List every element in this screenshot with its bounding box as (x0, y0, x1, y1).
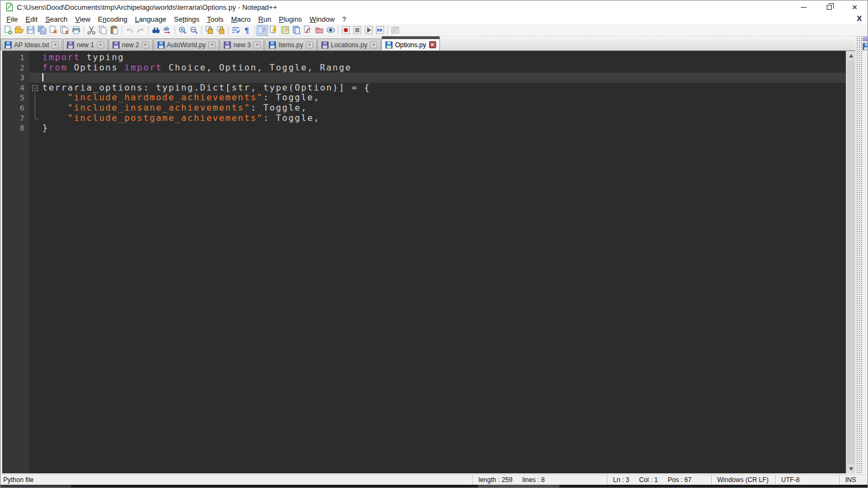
docked-panel-sliver (863, 36, 867, 473)
code-line-4[interactable]: 4terraria_options: typing.Dict[str, type… (2, 83, 846, 93)
show-indent-guide-icon[interactable] (257, 25, 268, 36)
text-caret (42, 73, 43, 81)
document-map-icon[interactable] (279, 25, 291, 36)
code-line-7[interactable]: 7 "include_postgame_achievements": Toggl… (2, 113, 846, 124)
tab-label: Locations.py (331, 41, 367, 49)
code-editor[interactable]: 1import typing2from Options import Choic… (2, 51, 846, 473)
menu-macro[interactable]: Macro (227, 15, 254, 24)
define-language-icon[interactable] (268, 25, 279, 36)
tab-options-py[interactable]: Options.py× (381, 36, 439, 50)
scroll-down-button[interactable] (846, 464, 856, 473)
macro-record-icon[interactable] (340, 25, 352, 36)
copy-icon[interactable] (97, 25, 108, 36)
fold-margin (29, 63, 42, 73)
docked-panel-header (863, 36, 867, 41)
code-text: "include_postgame_achievements": Toggle, (42, 113, 320, 124)
status-encoding[interactable]: UTF-8 (775, 475, 839, 485)
sync-vertical-icon[interactable] (203, 25, 215, 36)
folder-as-workspace-icon[interactable] (314, 25, 325, 36)
menu-tools[interactable]: Tools (203, 15, 227, 24)
tab-new-1[interactable]: new 1× (63, 38, 107, 50)
code-line-5[interactable]: 5 "include_hardmode_achievements": Toggl… (2, 93, 846, 103)
menu-window[interactable]: Window (306, 15, 339, 24)
status-eol-format[interactable]: Windows (CR LF) (711, 475, 775, 485)
save-icon[interactable] (25, 25, 36, 36)
close-all-icon[interactable] (59, 25, 71, 36)
print-icon[interactable] (71, 25, 82, 36)
tab-close-icon[interactable]: × (429, 41, 436, 48)
menu-bar: FileEditSearchViewEncodingLanguageSettin… (1, 14, 867, 24)
menu-language[interactable]: Language (131, 15, 170, 24)
tab-close-icon[interactable]: × (97, 41, 104, 48)
macro-stop-icon[interactable] (352, 25, 363, 36)
close-icon[interactable] (48, 25, 59, 36)
new-file-icon[interactable] (2, 25, 14, 36)
taskbar-edge (1, 485, 867, 487)
code-line-3[interactable]: 3 (2, 73, 846, 83)
code-line-2[interactable]: 2from Options import Choice, Option, Tog… (2, 63, 846, 73)
show-all-characters-icon[interactable]: ¶ (241, 25, 253, 36)
status-cursor-position: Ln : 3 Col : 1 Pos : 67 (607, 475, 711, 485)
tab-saved-state-icon (224, 41, 231, 49)
menu-plugins[interactable]: Plugins (275, 15, 306, 24)
tab-new-2[interactable]: new 2× (108, 38, 153, 50)
tab-items-py[interactable]: Items.py× (265, 38, 316, 50)
status-bar: Python file length : 259 lines : 8 Ln : … (1, 474, 867, 485)
replace-icon[interactable]: ab (162, 25, 173, 36)
zoom-out-icon[interactable] (188, 25, 200, 36)
find-icon[interactable] (150, 25, 162, 36)
macro-run-multiple-icon[interactable] (374, 25, 386, 36)
tab-close-icon[interactable]: × (253, 41, 260, 48)
tab-locations-py[interactable]: Locations.py× (317, 38, 381, 50)
code-line-8[interactable]: 8} (2, 123, 846, 133)
document-list-icon[interactable] (291, 25, 302, 36)
close-document-icon[interactable]: X (854, 14, 864, 23)
scrollbar-thumb[interactable] (847, 60, 855, 464)
fold-margin (29, 113, 42, 124)
menu-help[interactable]: ? (339, 15, 350, 24)
tab-ap-ideas-txt[interactable]: AP Ideas.txt× (1, 38, 62, 50)
sync-horizontal-icon[interactable] (215, 25, 226, 36)
minimize-button[interactable] (791, 1, 816, 14)
undo-icon[interactable] (124, 25, 135, 36)
macro-save-icon[interactable] (390, 25, 401, 36)
tab-label: new 3 (233, 41, 251, 49)
word-wrap-icon[interactable] (230, 25, 241, 36)
menu-edit[interactable]: Edit (22, 15, 41, 24)
save-all-icon[interactable] (36, 25, 48, 36)
close-button[interactable]: × (842, 1, 867, 14)
menu-settings[interactable]: Settings (170, 15, 203, 24)
line-number: 6 (2, 103, 29, 113)
restore-button[interactable] (816, 1, 842, 14)
tab-new-3[interactable]: new 3× (220, 38, 264, 50)
code-line-6[interactable]: 6 "include_insane_achievements": Toggle, (2, 103, 846, 113)
monitoring-icon[interactable] (325, 25, 336, 36)
macro-play-icon[interactable] (363, 25, 374, 36)
fold-collapse-icon[interactable] (32, 85, 38, 91)
function-list-icon[interactable] (302, 25, 314, 36)
open-file-icon[interactable] (14, 25, 25, 36)
scroll-up-button[interactable] (846, 51, 856, 60)
menu-view[interactable]: View (72, 15, 94, 24)
toolbar-separator (148, 26, 149, 35)
tab-close-icon[interactable]: × (306, 41, 313, 48)
status-doc-type: Python file (1, 475, 473, 485)
dock-gripper[interactable] (856, 36, 863, 473)
menu-encoding[interactable]: Encoding (94, 15, 131, 24)
cut-icon[interactable] (86, 25, 97, 36)
vertical-scrollbar[interactable] (846, 51, 856, 473)
menu-search[interactable]: Search (41, 15, 71, 24)
paste-icon[interactable] (108, 25, 120, 36)
zoom-in-icon[interactable] (177, 25, 188, 36)
notepadpp-window: C:\Users\Dood\Documents\tmp\Archipelago\… (0, 0, 868, 488)
code-line-1[interactable]: 1import typing (2, 53, 846, 63)
status-insert-mode[interactable]: INS (839, 475, 867, 485)
tab-autoworld-py[interactable]: AutoWorld.py× (154, 38, 220, 50)
menu-run[interactable]: Run (254, 15, 275, 24)
redo-icon[interactable] (135, 25, 146, 36)
tab-close-icon[interactable]: × (142, 41, 149, 48)
tab-close-icon[interactable]: × (208, 41, 215, 48)
tab-close-icon[interactable]: × (370, 41, 377, 48)
tab-close-icon[interactable]: × (52, 41, 59, 48)
menu-file[interactable]: File (3, 15, 22, 24)
